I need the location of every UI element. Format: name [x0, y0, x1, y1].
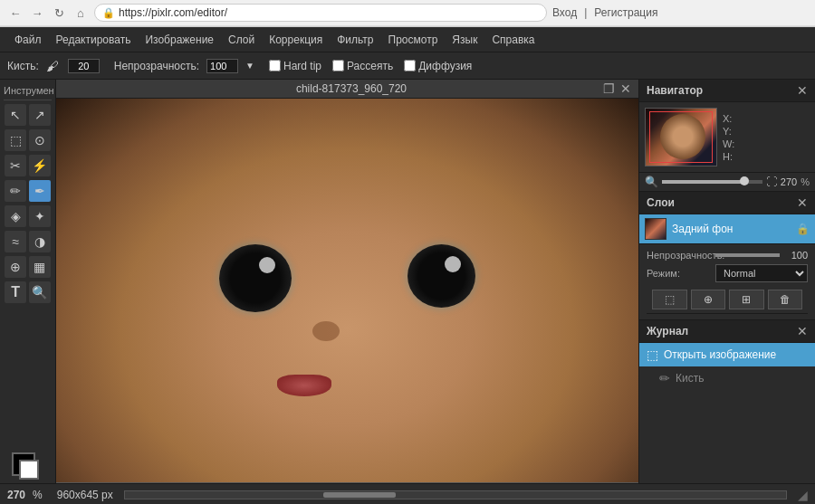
menu-file[interactable]: Файл [7, 30, 49, 50]
nav-selection-box [649, 111, 713, 163]
lasso-tool[interactable]: ⊙ [29, 129, 51, 151]
menu-image[interactable]: Изображение [138, 30, 221, 50]
blend-mode-select[interactable]: Normal [715, 264, 808, 282]
gradient-tool[interactable]: ▦ [29, 256, 51, 278]
address-bar[interactable]: 🔒 https://pixlr.com/editor/ [94, 4, 547, 22]
history-item-brush[interactable]: ✏ Кисть [639, 366, 815, 390]
menu-language[interactable]: Язык [445, 30, 484, 50]
magic-wand-tool[interactable]: ⚡ [29, 155, 51, 176]
zoom-tool[interactable]: 🔍 [29, 281, 51, 303]
hard-tip-checkbox[interactable] [269, 60, 281, 71]
select-tool[interactable]: ↗ [29, 104, 51, 126]
menu-filter[interactable]: Фильтр [330, 30, 380, 50]
navigator-title: Навигатор [647, 84, 703, 97]
nose [312, 321, 340, 341]
browser-chrome: ← → ↻ ⌂ 🔒 https://pixlr.com/editor/ Вход… [0, 0, 815, 27]
eraser-tool[interactable]: ◈ [5, 205, 26, 227]
brush-size-input[interactable] [68, 59, 100, 73]
layer-lock-icon: 🔒 [796, 223, 810, 235]
scrollbar-thumb[interactable] [323, 492, 396, 498]
scatter-checkbox[interactable] [332, 60, 344, 71]
menu-help[interactable]: Справка [484, 30, 542, 50]
eye-right [408, 244, 475, 308]
crop-tool[interactable]: ✂ [5, 155, 26, 176]
mode-row: Режим: Normal [647, 264, 808, 282]
zoom-slider-thumb[interactable] [740, 176, 749, 185]
clone-tool[interactable]: ⊕ [5, 256, 26, 278]
resize-handle[interactable]: ◢ [798, 488, 808, 502]
layers-title: Слои [647, 196, 675, 209]
delete-layer-button[interactable]: 🗑 [768, 290, 803, 309]
back-button[interactable]: ← [7, 5, 24, 21]
layer-props: Непрозрачность: 100 Режим: Normal ⬚ ⊕ ⊞ … [639, 244, 815, 320]
tool-row-8: T 🔍 [4, 281, 52, 303]
history-open-icon: ⬚ [647, 347, 658, 362]
layers-panel: Слои ✕ Задний фон 🔒 [639, 192, 815, 244]
tool-row-2: ⬚ ⊙ [4, 129, 52, 151]
zoom-value: 270 [781, 176, 797, 187]
home-button[interactable]: ⌂ [72, 5, 89, 21]
close-canvas-button[interactable]: ✕ [620, 82, 631, 95]
menu-correction[interactable]: Коррекция [262, 30, 330, 50]
browser-nav: ← → ↻ ⌂ 🔒 https://pixlr.com/editor/ Вход… [0, 0, 815, 26]
history-brush-icon: ✏ [659, 371, 670, 385]
tool-row-4: ✏ ✒ [4, 180, 52, 202]
diffusion-label[interactable]: Диффузия [404, 60, 472, 72]
opacity-prop-label: Непрозрачность: [647, 250, 710, 261]
refresh-button[interactable]: ↻ [51, 5, 67, 21]
layers-close[interactable]: ✕ [797, 195, 808, 210]
opacity-input[interactable] [206, 59, 238, 73]
tool-row-5: ◈ ✦ [4, 205, 52, 227]
new-layer-button[interactable]: ⊕ [691, 290, 726, 309]
background-color[interactable] [19, 460, 39, 480]
tools-panel: Инструмен ↖ ↗ ⬚ ⊙ ✂ ⚡ ✏ ✒ ◈ ✦ ≈ ◑ ⊕ ▦ [0, 80, 56, 483]
opacity-slider[interactable] [715, 253, 780, 257]
eye-left [219, 244, 292, 312]
pencil-tool[interactable]: ✏ [5, 180, 26, 202]
brush-toolbar: Кисть: 🖌 Непрозрачность: ▼ Hard tip Расс… [0, 52, 815, 80]
lock-icon: 🔒 [102, 7, 115, 19]
move-tool[interactable]: ↖ [5, 104, 26, 126]
history-title: Журнал [647, 325, 688, 338]
heal-tool[interactable]: ✦ [29, 205, 51, 227]
login-link[interactable]: Вход [552, 6, 577, 19]
opacity-prop-value: 100 [785, 250, 808, 261]
new-group-button[interactable]: ⬚ [652, 290, 687, 309]
history-item-open[interactable]: ⬚ Открыть изображение [639, 343, 815, 366]
mode-label: Режим: [647, 268, 710, 279]
layer-actions: ⬚ ⊕ ⊞ 🗑 [647, 286, 808, 314]
nav-h: H: [723, 151, 734, 162]
lips [277, 375, 331, 396]
navigator-content: X: Y: W: H: [639, 102, 815, 172]
register-link[interactable]: Регистрация [594, 6, 657, 19]
rect-select-tool[interactable]: ⬚ [5, 129, 26, 151]
layers-header: Слои ✕ [639, 192, 815, 214]
nav-w: W: [723, 138, 734, 149]
duplicate-layer-button[interactable]: ⊞ [729, 290, 764, 309]
canvas-scrollbar[interactable] [124, 490, 787, 499]
menu-view[interactable]: Просмотр [381, 30, 446, 50]
menu-layer[interactable]: Слой [221, 30, 262, 50]
brush-tool[interactable]: ✒ [29, 180, 51, 202]
menu-edit[interactable]: Редактировать [49, 30, 139, 50]
canvas-image[interactable] [56, 99, 638, 482]
status-size: 960x645 px [57, 489, 113, 501]
layer-item[interactable]: Задний фон 🔒 [639, 214, 815, 243]
hard-tip-label[interactable]: Hard tip [269, 60, 321, 72]
zoom-out-icon[interactable]: 🔍 [645, 176, 658, 188]
maximize-button[interactable]: ❐ [603, 82, 615, 95]
dodge-tool[interactable]: ◑ [29, 231, 51, 252]
zoom-slider-fill [662, 180, 743, 184]
text-tool[interactable]: T [5, 281, 26, 303]
zoom-slider[interactable] [662, 180, 762, 184]
scatter-label[interactable]: Рассеять [332, 60, 393, 72]
canvas-buttons: ❐ ✕ [603, 82, 631, 95]
diffusion-checkbox[interactable] [404, 60, 416, 71]
forward-button[interactable]: → [29, 5, 45, 21]
zoom-in-icon[interactable]: ⛶ [766, 176, 777, 188]
canvas-titlebar: child-817373_960_720 ❐ ✕ [56, 80, 638, 99]
blur-tool[interactable]: ≈ [5, 231, 26, 252]
navigator-close[interactable]: ✕ [797, 83, 808, 98]
history-close[interactable]: ✕ [797, 324, 808, 338]
opacity-dropdown[interactable]: ▼ [245, 61, 254, 71]
